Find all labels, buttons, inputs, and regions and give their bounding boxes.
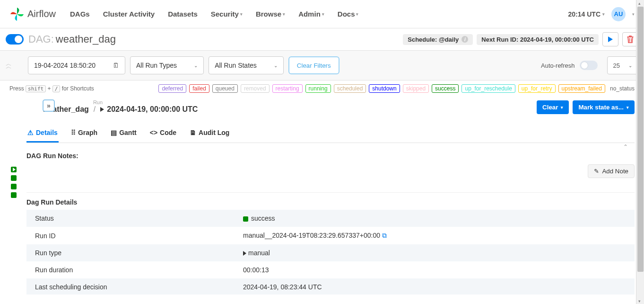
top-nav: Airflow DAGs Cluster Activity Datasets S… [0, 0, 644, 28]
run-types-select[interactable]: All Run Types⌄ [130, 56, 204, 74]
brand-text: Airflow [27, 9, 56, 19]
state-pill-up_for_reschedule[interactable]: up_for_reschedule [461, 84, 515, 93]
details-scroll-region[interactable]: ⌃ DAG Run Notes: ✎ Add Note Dag Run Deta… [26, 143, 635, 295]
state-pill-removed[interactable]: removed [241, 84, 270, 93]
detail-key: Status [26, 210, 235, 227]
state-pill-scheduled[interactable]: scheduled [334, 84, 366, 93]
expand-panel-button[interactable]: » [43, 99, 55, 112]
grid-task-marker[interactable] [11, 192, 17, 198]
tab-gantt[interactable]: ▤Gantt [110, 124, 138, 143]
status-dot-icon [243, 216, 248, 222]
copy-icon[interactable]: ⧉ [382, 232, 387, 239]
state-legend: deferredfailedqueuedremovedrestartingrun… [158, 84, 635, 93]
scroll-up-icon: ▴ [638, 1, 643, 5]
breadcrumb-separator: / [94, 105, 96, 114]
state-pill-restarting[interactable]: restarting [272, 84, 303, 93]
chevron-down-icon: ▾ [602, 12, 605, 17]
nav-admin[interactable]: Admin▾ [298, 10, 324, 18]
grid-column [6, 97, 22, 304]
collapse-section-button[interactable]: ⌃ [623, 143, 628, 150]
chevron-down-icon: ⌄ [194, 63, 198, 68]
next-run-pill[interactable]: Next Run ID: 2024-04-19, 00:00:00 UTC [477, 34, 599, 45]
grid-task-marker[interactable] [11, 175, 17, 181]
table-row: Run type manual [26, 244, 635, 261]
detail-key: Run duration [26, 261, 235, 278]
shortcuts-hint: Press shift + / for Shortcuts [9, 85, 94, 92]
pencil-icon: ✎ [594, 168, 599, 175]
grid-dag-run-marker[interactable] [11, 167, 17, 172]
state-pill-failed[interactable]: failed [189, 84, 209, 93]
scrollbar-thumb[interactable] [637, 7, 644, 272]
chevron-down-icon: ⌄ [274, 63, 278, 68]
scroll-down-icon: ▾ [638, 299, 643, 303]
detail-key: Run type [26, 244, 235, 261]
play-icon [100, 107, 104, 112]
state-pill-queued[interactable]: queued [212, 84, 238, 93]
detail-key: Run ID [26, 227, 235, 244]
dag-run-details-title: Dag Run Details [26, 192, 635, 206]
detail-value: 2024-04-19, 08:23:44 UTC [235, 278, 635, 295]
tab-audit-log[interactable]: 🗎Audit Log [189, 124, 230, 143]
breadcrumb-run[interactable]: 2024-04-19, 00:00:00 UTC [107, 105, 198, 114]
graph-icon: ⠿ [71, 129, 76, 136]
grid-task-marker[interactable] [11, 184, 17, 189]
chevron-down-icon: ▾ [356, 12, 358, 17]
airflow-pinwheel-icon [9, 7, 25, 22]
clock[interactable]: 20:14 UTC▾ [568, 10, 605, 18]
tab-details[interactable]: ⚠Details [26, 124, 59, 143]
state-pill-up_for_retry[interactable]: up_for_retry [518, 84, 556, 93]
nav-browse[interactable]: Browse▾ [256, 10, 285, 18]
collapse-all-icon[interactable]: ︿︿ [6, 63, 12, 68]
nav-dags[interactable]: DAGs [70, 10, 90, 18]
tab-graph[interactable]: ⠿Graph [70, 124, 98, 143]
auto-refresh-label: Auto-refresh [541, 62, 575, 69]
breadcrumb-run-label: Run [93, 99, 103, 105]
info-icon: i [461, 36, 468, 43]
nav-datasets[interactable]: Datasets [168, 10, 198, 18]
state-pill-shutdown[interactable]: shutdown [369, 84, 400, 93]
schedule-pill[interactable]: Schedule: @dailyi [403, 34, 473, 45]
nav-docs[interactable]: Docs▾ [338, 10, 359, 18]
state-pill-skipped[interactable]: skipped [403, 84, 429, 93]
nav-security[interactable]: Security▾ [211, 10, 243, 18]
main: » DAG Run weather_dag / 2024-04-19, 00:0… [0, 97, 644, 304]
clear-filters-button[interactable]: Clear Filters [288, 56, 339, 74]
chevron-down-icon[interactable]: ▾ [632, 12, 635, 17]
run-states-select[interactable]: All Run States⌄ [209, 56, 284, 74]
nav-cluster-activity[interactable]: Cluster Activity [103, 10, 155, 18]
page-size-select[interactable]: 25⌄ [607, 56, 638, 74]
play-icon [243, 251, 246, 256]
state-pill-upstream_failed[interactable]: upstream_failed [558, 84, 605, 93]
dag-header: DAG: weather_dag Schedule: @dailyi Next … [0, 28, 644, 51]
auto-refresh-toggle[interactable] [580, 61, 598, 70]
add-note-button[interactable]: ✎ Add Note [588, 164, 635, 178]
state-pill-deferred[interactable]: deferred [158, 84, 186, 93]
table-row: Run duration 00:00:13 [26, 261, 635, 278]
state-no-status[interactable]: no_status [610, 85, 635, 92]
state-pill-success[interactable]: success [432, 84, 459, 93]
dag-title-name: weather_dag [56, 33, 116, 45]
legend-bar: Press shift + / for Shortcuts deferredfa… [0, 80, 644, 97]
trigger-dag-button[interactable] [602, 32, 618, 46]
nav-links: DAGs Cluster Activity Datasets Security▾… [70, 10, 358, 18]
dag-title-prefix: DAG: [28, 33, 54, 45]
state-pill-running[interactable]: running [305, 84, 331, 93]
chevron-down-icon: ⌄ [628, 63, 632, 68]
chevron-down-icon: ▾ [322, 12, 324, 17]
kbd-shift: shift [26, 85, 46, 92]
browser-scrollbar[interactable]: ▴ ▾ [636, 0, 644, 304]
dag-enable-toggle[interactable] [6, 34, 24, 45]
trash-icon [627, 36, 634, 43]
filter-bar: ︿︿ 19-04-2024 18:50:20 🗓 All Run Types⌄ … [0, 51, 644, 80]
datetime-picker[interactable]: 19-04-2024 18:50:20 🗓 [28, 56, 125, 74]
warning-icon: ⚠ [27, 129, 34, 136]
dag-run-notes-title: DAG Run Notes: [26, 152, 635, 160]
detail-key: Last scheduling decision [26, 278, 235, 295]
table-row: Last scheduling decision 2024-04-19, 08:… [26, 278, 635, 295]
document-icon: 🗎 [190, 129, 196, 136]
logo[interactable]: Airflow [9, 7, 56, 22]
gantt-icon: ▤ [111, 129, 117, 136]
tab-code[interactable]: <>Code [149, 124, 177, 143]
avatar[interactable]: AU [611, 7, 626, 21]
calendar-icon: 🗓 [113, 62, 119, 69]
